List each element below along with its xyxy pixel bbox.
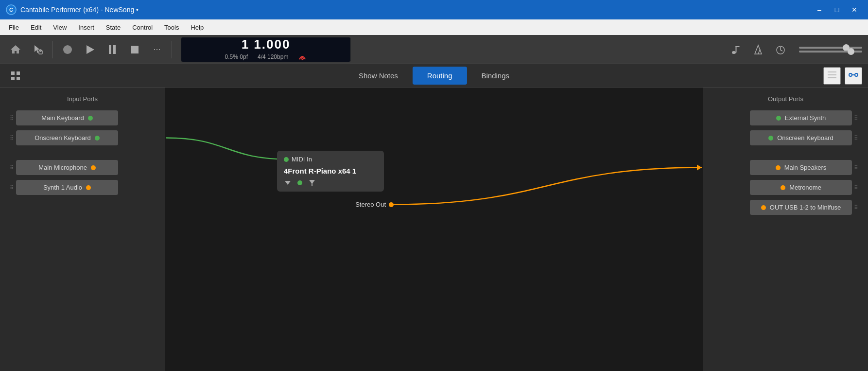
- svg-point-27: [849, 73, 852, 76]
- stereo-out-dot: [389, 202, 394, 207]
- input-port-main-microphone[interactable]: Main Microphone: [16, 160, 118, 175]
- svg-rect-23: [17, 77, 20, 80]
- menu-state[interactable]: State: [101, 22, 125, 33]
- out-drag-handle-4[interactable]: ⠿: [854, 204, 858, 211]
- svg-rect-26: [828, 77, 836, 78]
- svg-line-19: [781, 50, 782, 51]
- drag-handle-3[interactable]: ⠿: [10, 184, 14, 191]
- output-port-row-4: OUT USB 1-2 to Minifuse ⠿: [703, 200, 868, 220]
- svg-text:C: C: [9, 7, 13, 13]
- toolbar-divider-2: [172, 41, 172, 58]
- drag-handle-1[interactable]: ⠿: [10, 135, 14, 141]
- menu-file[interactable]: File: [4, 22, 24, 33]
- pause-button[interactable]: [103, 40, 122, 59]
- svg-marker-31: [697, 165, 702, 171]
- plugin-controls: [284, 179, 377, 187]
- output-port-onscreen-keyboard[interactable]: Onscreen Keyboard: [750, 130, 852, 145]
- svg-rect-10: [131, 46, 139, 53]
- input-port-row-1: ⠿ Onscreen Keyboard: [0, 130, 165, 150]
- record-button[interactable]: [58, 40, 77, 59]
- tab-bindings[interactable]: Bindings: [467, 67, 524, 85]
- port-dot-green-0: [88, 116, 93, 121]
- out-dot-orange-4: [761, 205, 766, 210]
- menu-insert[interactable]: Insert: [73, 22, 99, 33]
- out-drag-handle-1[interactable]: ⠿: [854, 135, 858, 141]
- note-button[interactable]: [726, 40, 746, 59]
- menu-bar: File Edit View Insert State Control Tool…: [0, 19, 868, 35]
- out-drag-handle-3[interactable]: ⠿: [854, 184, 858, 191]
- input-port-row-3: ⠿ Synth 1 Audio: [0, 180, 165, 200]
- volume-thumb-2[interactable]: [848, 48, 854, 55]
- main-content: Input Ports ⠿ Main Keyboard ⠿ Onscreen K…: [0, 88, 868, 371]
- menu-help[interactable]: Help: [186, 22, 208, 33]
- svg-marker-15: [755, 45, 762, 54]
- output-port-row-1: Onscreen Keyboard ⠿: [703, 130, 868, 150]
- maximize-button[interactable]: □: [829, 4, 845, 16]
- volume-slider-1[interactable]: [799, 47, 862, 49]
- cursor-lock-button[interactable]: [28, 40, 48, 59]
- routing-canvas[interactable]: MIDI In 4Front R-Piano x64 1 Stereo Out: [165, 88, 703, 371]
- output-port-main-speakers[interactable]: Main Speakers: [750, 160, 852, 175]
- output-port-row-2: Main Speakers ⠿: [703, 160, 868, 180]
- routing-view-button[interactable]: [845, 67, 862, 85]
- play-button[interactable]: [80, 40, 100, 59]
- pause-icon: [107, 44, 118, 55]
- menu-view[interactable]: View: [48, 22, 71, 33]
- output-ports-title: Output Ports: [703, 95, 868, 103]
- output-port-row-0: External Synth ⠿: [703, 110, 868, 130]
- svg-point-6: [63, 45, 72, 54]
- out-drag-handle-0[interactable]: ⠿: [854, 115, 858, 122]
- record-icon: [62, 44, 73, 55]
- svg-rect-24: [828, 71, 836, 72]
- output-port-external-synth[interactable]: External Synth: [750, 110, 852, 125]
- out-dot-orange-3: [781, 185, 785, 190]
- routing-icon: [849, 70, 858, 80]
- tab-routing[interactable]: Routing: [413, 67, 467, 85]
- svg-marker-7: [87, 45, 94, 54]
- stop-button[interactable]: [125, 40, 144, 59]
- menu-control[interactable]: Control: [127, 22, 157, 33]
- out-dot-orange-2: [776, 165, 781, 170]
- input-port-main-keyboard[interactable]: Main Keyboard: [16, 110, 118, 125]
- tab-show-notes[interactable]: Show Notes: [344, 67, 413, 85]
- drag-handle-0[interactable]: ⠿: [10, 115, 14, 122]
- input-ports-title: Input Ports: [0, 95, 165, 103]
- transport-time: 4/4 120bpm: [258, 53, 288, 60]
- volume-slider-2[interactable]: [799, 51, 862, 53]
- out-port-gap: [703, 150, 868, 160]
- svg-rect-25: [828, 74, 836, 75]
- play-icon: [85, 44, 95, 55]
- output-port-metronome[interactable]: Metronome: [750, 180, 852, 195]
- tab-bar-right: [823, 67, 862, 85]
- metronome-button[interactable]: [748, 40, 768, 59]
- home-button[interactable]: [6, 40, 25, 59]
- timer-button[interactable]: [771, 40, 790, 59]
- home-icon: [10, 44, 21, 55]
- port-dot-orange-2: [91, 165, 96, 170]
- more-button[interactable]: ···: [147, 40, 167, 59]
- out-drag-handle-2[interactable]: ⠿: [854, 164, 858, 171]
- list-view-button[interactable]: [823, 67, 841, 85]
- tabs-center: Show Notes Routing Bindings: [344, 67, 524, 85]
- plugin-block[interactable]: MIDI In 4Front R-Piano x64 1 Stereo Out: [277, 151, 384, 192]
- output-ports-panel: Output Ports External Synth ⠿ Onscreen K…: [703, 88, 868, 371]
- menu-edit[interactable]: Edit: [26, 22, 46, 33]
- input-port-onscreen-keyboard[interactable]: Onscreen Keyboard: [16, 130, 118, 145]
- port-gap-1: [0, 150, 165, 160]
- port-dot-orange-3: [86, 185, 91, 190]
- tab-bar: Show Notes Routing Bindings: [0, 64, 868, 88]
- title-bar-left: C Cantabile Performer (x64) - NewSong •: [6, 4, 139, 15]
- toolbar-right: [726, 40, 790, 59]
- close-button[interactable]: ✕: [847, 4, 862, 16]
- volume-area: [799, 47, 862, 53]
- output-port-usb-minifuse[interactable]: OUT USB 1-2 to Minifuse: [750, 200, 852, 215]
- drag-handle-2[interactable]: ⠿: [10, 164, 14, 171]
- minimize-button[interactable]: –: [812, 4, 827, 16]
- input-port-row-0: ⠿ Main Keyboard: [0, 110, 165, 130]
- stop-icon: [129, 44, 140, 55]
- menu-tools[interactable]: Tools: [159, 22, 184, 33]
- input-port-synth-audio[interactable]: Synth 1 Audio: [16, 180, 118, 195]
- grid-toggle-button[interactable]: [6, 66, 25, 86]
- plugin-name: 4Front R-Piano x64 1: [284, 167, 377, 175]
- midi-in-dot: [284, 157, 289, 162]
